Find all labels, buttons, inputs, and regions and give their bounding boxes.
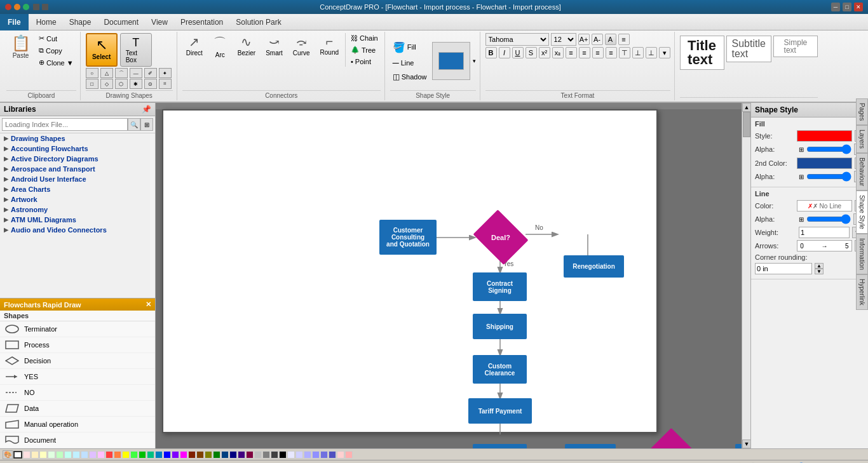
line-style-button[interactable]: ─ Line (390, 57, 430, 69)
line-color-swatch[interactable]: ✗ ✗ No Line (797, 200, 851, 211)
palette-dkgray[interactable] (271, 451, 278, 459)
menu-shape[interactable]: Shape (63, 16, 98, 29)
line-alpha-slider[interactable] (806, 214, 851, 224)
second-color-swatch[interactable] (797, 158, 851, 169)
node-consulting[interactable]: CustomerConsultingand Quotation (379, 220, 437, 255)
menu-view[interactable]: View (145, 16, 174, 29)
sidebar-item-astronomy[interactable]: ▶ Astronomy (0, 205, 155, 215)
draw-tool-2[interactable]: △ (100, 68, 113, 78)
cut-button[interactable]: ✂ Cut (36, 33, 76, 44)
node-shipping[interactable]: Shipping (473, 314, 527, 339)
palette-dkbrown[interactable] (196, 451, 204, 459)
palette-navy[interactable] (221, 451, 229, 459)
palette-e2[interactable] (295, 451, 303, 459)
menu-document[interactable]: Document (97, 16, 145, 29)
paste-button[interactable]: 📋 Paste (6, 33, 35, 62)
palette-3[interactable] (39, 451, 47, 459)
scroll-v-track[interactable] (742, 112, 750, 440)
draw-tool-1[interactable]: ○ (86, 68, 98, 78)
layers-tab[interactable]: Layers (856, 125, 868, 153)
node-payment[interactable]: Payment (735, 444, 742, 448)
behaviour-tab[interactable]: Behaviour (856, 153, 868, 191)
italic-button[interactable]: I (499, 47, 510, 58)
palette-e8[interactable] (345, 451, 353, 459)
align-middle[interactable]: ⊥ (632, 47, 644, 58)
corner-spinner[interactable]: ▲ ▼ (815, 263, 824, 274)
sidebar-view-toggle[interactable]: ⊞ (140, 118, 153, 131)
menu-home[interactable]: Home (30, 16, 63, 29)
fill-alpha-slider[interactable] (806, 146, 851, 152)
sidebar-item-artwork[interactable]: ▶ Artwork (0, 194, 155, 205)
palette-white[interactable] (13, 451, 22, 459)
palette-4[interactable] (48, 451, 55, 459)
align-justify[interactable]: ≡ (606, 47, 617, 58)
maximize-button[interactable]: □ (843, 3, 851, 11)
sidebar-search-input[interactable] (2, 118, 128, 131)
rapid-shape-yes[interactable]: YES (0, 369, 155, 385)
title-text-style[interactable]: Titletext (680, 36, 724, 70)
subtitle-text-style[interactable]: Subtitletext (726, 36, 771, 62)
align-right[interactable]: ≡ (592, 47, 604, 58)
palette-indigo[interactable] (238, 451, 245, 459)
rapid-shape-terminator[interactable]: Terminator (0, 321, 155, 337)
draw-tool-3[interactable]: ⌒ (115, 68, 128, 78)
palette-2[interactable] (31, 451, 39, 459)
textbox-button[interactable]: T Text Box (120, 33, 152, 67)
corner-input[interactable] (755, 263, 812, 274)
simple-text-style[interactable]: Simpletext (773, 36, 818, 57)
point-button[interactable]: • Point (348, 57, 381, 67)
align-top[interactable]: ⊤ (619, 47, 630, 58)
canvas-scroll-area[interactable]: No Yes (156, 103, 750, 448)
palette-dkblue[interactable] (163, 451, 171, 459)
sidebar-pin-icon[interactable]: 📌 (142, 105, 151, 114)
arrows-input[interactable]: 0 → 5 (797, 240, 851, 252)
curve-connector-button[interactable]: ⤼ Curve (289, 33, 314, 58)
palette-dknavy[interactable] (229, 451, 237, 459)
copy-button[interactable]: ⧉ Copy (36, 45, 76, 56)
shape-style-expand[interactable]: ▾ (473, 58, 476, 64)
close-button[interactable]: ✕ (854, 3, 863, 11)
menu-presentation[interactable]: Presentation (174, 16, 229, 29)
node-custom[interactable]: CustomClearance (473, 355, 527, 384)
draw-tool-8[interactable]: ◇ (100, 79, 113, 89)
font-size-decrease[interactable]: A- (592, 34, 603, 45)
palette-e3[interactable] (304, 451, 311, 459)
palette-maroon[interactable] (246, 451, 254, 459)
file-menu[interactable]: File (0, 14, 29, 30)
palette-green[interactable] (130, 451, 138, 459)
sidebar-item-audio[interactable]: ▶ Audio and Video Connectors (0, 225, 155, 235)
draw-tool-4[interactable]: — (130, 68, 142, 78)
hyperlink-tab[interactable]: Hyperlink (856, 274, 868, 310)
subscript-button[interactable]: x₂ (552, 47, 564, 58)
shadow-button[interactable]: ◫ Shadow (390, 71, 430, 83)
draw-tool-12[interactable]: ⌗ (159, 79, 172, 89)
weight-input[interactable] (799, 227, 850, 238)
bezier-connector-button[interactable]: ∿ Bezier (234, 33, 259, 58)
palette-9[interactable] (89, 451, 97, 459)
smart-connector-button[interactable]: ⤻ Smart (262, 33, 287, 58)
palette-purple[interactable] (172, 451, 179, 459)
draw-tool-11[interactable]: ⊙ (144, 79, 157, 89)
draw-tool-5[interactable]: ✐ (144, 68, 157, 78)
font-color-button[interactable]: A (605, 34, 616, 45)
rapid-draw-close[interactable]: ✕ (146, 300, 151, 309)
palette-orange[interactable] (114, 451, 121, 459)
palette-dkgreen[interactable] (139, 451, 146, 459)
draw-tool-9[interactable]: ⬡ (115, 79, 128, 89)
node-tariff[interactable]: Tariff Payment (468, 398, 532, 424)
palette-olive[interactable] (205, 451, 212, 459)
direct-connector-button[interactable]: ↗ Direct (182, 33, 207, 58)
draw-tool-6[interactable]: ✦ (159, 68, 172, 78)
palette-gray[interactable] (262, 451, 270, 459)
arc-connector-button[interactable]: ⌒ Arc (209, 33, 231, 60)
node-contract[interactable]: ContractSigning (473, 272, 527, 301)
sidebar-item-atm-uml[interactable]: ▶ ATM UML Diagrams (0, 215, 155, 225)
scroll-up-button[interactable]: ▲ (742, 103, 750, 112)
palette-7[interactable] (72, 451, 80, 459)
superscript-button[interactable]: x² (539, 47, 550, 58)
corner-down[interactable]: ▼ (815, 269, 824, 274)
palette-yellow[interactable] (122, 451, 130, 459)
align-center[interactable]: ≡ (579, 47, 590, 58)
palette-magenta[interactable] (180, 451, 187, 459)
sidebar-item-active-dir[interactable]: ▶ Active Directory Diagrams (0, 154, 155, 164)
